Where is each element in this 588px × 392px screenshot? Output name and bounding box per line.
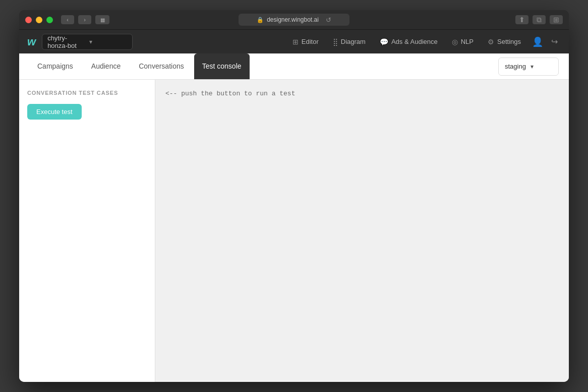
tabbar-right: staging ▾ xyxy=(498,58,559,76)
refresh-icon[interactable]: ↺ xyxy=(326,16,331,24)
diagram-icon: ⣿ xyxy=(333,38,338,46)
nav-ads-audience[interactable]: 💬 Ads & Audience xyxy=(374,35,444,49)
window-controls xyxy=(25,17,53,23)
url-text: designer.wingbot.ai xyxy=(267,16,319,23)
logo: w xyxy=(27,35,36,48)
close-button[interactable] xyxy=(25,17,32,23)
nav-settings[interactable]: ⚙ Settings xyxy=(482,35,527,49)
titlebar-right-controls: ⬆ ⧉ ⊞ xyxy=(515,15,563,24)
back-button[interactable]: ‹ xyxy=(61,15,74,24)
user-icon[interactable]: 👤 xyxy=(529,33,546,50)
app-nav: ⊞ Editor ⣿ Diagram 💬 Ads & Audience ◎ NL… xyxy=(286,33,561,50)
nav-editor-label: Editor xyxy=(302,38,319,45)
nav-ads-label: Ads & Audience xyxy=(391,38,438,45)
left-panel: CONVERSATION TEST CASES Execute test xyxy=(19,80,155,382)
nav-editor[interactable]: ⊞ Editor xyxy=(286,35,325,49)
console-panel: <-- push the button to run a test xyxy=(155,80,569,382)
appbar: w chytry-honza-bot ▾ ⊞ Editor ⣿ Diagram … xyxy=(19,29,569,53)
env-selector-value: staging xyxy=(505,63,526,70)
chevron-down-icon: ▾ xyxy=(89,38,127,45)
nav-nlp-label: NLP xyxy=(461,38,474,45)
minimize-button[interactable] xyxy=(36,17,42,23)
nlp-icon: ◎ xyxy=(452,38,458,46)
nav-settings-label: Settings xyxy=(497,38,521,45)
browser-nav: ‹ › xyxy=(61,15,91,24)
nav-diagram[interactable]: ⣿ Diagram xyxy=(327,35,372,49)
nav-diagram-label: Diagram xyxy=(341,38,366,45)
tab-conversations[interactable]: Conversations xyxy=(131,53,192,79)
tab-audience[interactable]: Audience xyxy=(83,53,129,79)
ads-icon: 💬 xyxy=(380,38,388,46)
env-selector[interactable]: staging ▾ xyxy=(498,58,559,76)
console-hint: <-- push the button to run a test xyxy=(165,90,295,97)
lock-icon: 🔒 xyxy=(257,17,264,23)
content-body: CONVERSATION TEST CASES Execute test <--… xyxy=(19,80,569,382)
forward-button[interactable]: › xyxy=(78,15,91,24)
extensions-button[interactable]: ⊞ xyxy=(550,15,563,24)
nav-nlp[interactable]: ◎ NLP xyxy=(446,35,480,49)
share-button[interactable]: ⬆ xyxy=(515,15,528,24)
tab-campaigns[interactable]: Campaigns xyxy=(29,53,81,79)
bot-selector-value: chytry-honza-bot xyxy=(47,34,85,49)
url-bar[interactable]: 🔒 designer.wingbot.ai ↺ xyxy=(239,14,349,26)
bot-selector[interactable]: chytry-honza-bot ▾ xyxy=(42,34,133,50)
logout-icon[interactable]: ↪ xyxy=(548,34,561,49)
tabbar: Campaigns Audience Conversations Test co… xyxy=(19,53,569,80)
titlebar: ‹ › ▦ 🔒 designer.wingbot.ai ↺ ⬆ ⧉ ⊞ xyxy=(19,10,569,29)
main-content: Campaigns Audience Conversations Test co… xyxy=(19,53,569,382)
maximize-button[interactable] xyxy=(46,17,53,23)
tab-test-console[interactable]: Test console xyxy=(194,53,250,79)
env-chevron-icon: ▾ xyxy=(531,63,552,70)
settings-icon: ⚙ xyxy=(488,38,494,46)
new-tab-button[interactable]: ⧉ xyxy=(533,15,546,24)
section-title: CONVERSATION TEST CASES xyxy=(27,90,147,96)
sidebar-toggle[interactable]: ▦ xyxy=(95,15,109,24)
editor-icon: ⊞ xyxy=(292,38,299,46)
execute-test-button[interactable]: Execute test xyxy=(27,104,82,120)
